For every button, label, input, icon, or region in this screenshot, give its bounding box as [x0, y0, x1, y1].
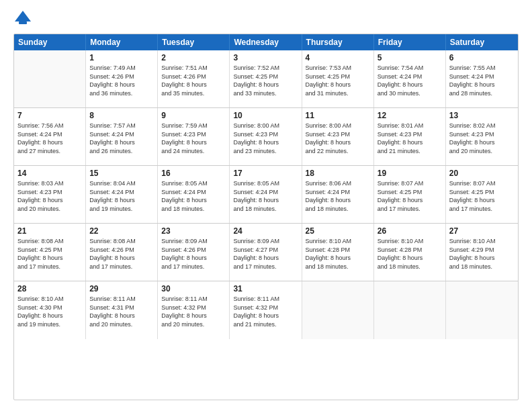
day-info-line: and 18 minutes. — [306, 263, 370, 271]
calendar-cell: 29Sunrise: 8:11 AMSunset: 4:31 PMDayligh… — [86, 281, 158, 339]
logo — [13, 11, 34, 27]
day-info-line: Sunset: 4:31 PM — [89, 304, 154, 312]
calendar-body: 1Sunrise: 7:49 AMSunset: 4:26 PMDaylight… — [14, 50, 518, 339]
day-info-line: Sunrise: 8:07 AM — [449, 179, 515, 188]
day-info-line: Daylight: 8 hours — [161, 312, 226, 320]
day-number: 19 — [378, 169, 442, 178]
day-number: 26 — [378, 226, 442, 236]
day-info-line: Sunrise: 8:11 AM — [233, 295, 298, 304]
day-info-line: and 20 minutes. — [161, 320, 226, 329]
day-info-line: Sunrise: 7:53 AM — [306, 64, 370, 73]
day-info-line: Sunset: 4:25 PM — [306, 73, 370, 81]
day-info-line: and 17 minutes. — [378, 205, 442, 214]
calendar-cell: 17Sunrise: 8:05 AMSunset: 4:24 PMDayligh… — [230, 166, 302, 223]
day-info: Sunrise: 8:07 AMSunset: 4:25 PMDaylight:… — [378, 179, 442, 213]
day-info-line: Sunset: 4:25 PM — [449, 188, 515, 197]
day-info-line: Sunrise: 8:00 AM — [306, 122, 370, 130]
calendar-cell: 25Sunrise: 8:10 AMSunset: 4:28 PMDayligh… — [302, 224, 374, 281]
calendar-week: 1Sunrise: 7:49 AMSunset: 4:26 PMDaylight… — [14, 50, 518, 108]
day-info-line: Sunrise: 8:09 AM — [233, 237, 298, 246]
day-info: Sunrise: 8:09 AMSunset: 4:27 PMDaylight:… — [233, 237, 298, 271]
day-number: 31 — [233, 284, 298, 293]
day-number: 1 — [89, 53, 154, 62]
day-info-line: Sunset: 4:23 PM — [233, 130, 298, 139]
calendar-cell: 18Sunrise: 8:06 AMSunset: 4:24 PMDayligh… — [302, 166, 374, 223]
day-info-line: Sunrise: 8:05 AM — [233, 179, 298, 188]
calendar-cell: 30Sunrise: 8:11 AMSunset: 4:32 PMDayligh… — [158, 281, 230, 339]
day-info-line: Daylight: 8 hours — [378, 138, 442, 147]
calendar-cell — [446, 281, 518, 339]
day-number: 15 — [89, 169, 154, 178]
calendar-cell: 24Sunrise: 8:09 AMSunset: 4:27 PMDayligh… — [230, 224, 302, 281]
day-info-line: Sunset: 4:26 PM — [161, 246, 226, 255]
day-info-line: and 18 minutes. — [378, 263, 442, 271]
day-info-line: Daylight: 8 hours — [233, 196, 298, 205]
day-info-line: Sunset: 4:24 PM — [449, 73, 515, 81]
day-info-line: Daylight: 8 hours — [306, 254, 370, 263]
day-info-line: and 17 minutes. — [233, 263, 298, 271]
day-info-line: Sunset: 4:32 PM — [233, 304, 298, 312]
day-info-line: Daylight: 8 hours — [306, 196, 370, 205]
day-info-line: Sunrise: 7:57 AM — [89, 122, 154, 130]
day-info-line: Sunset: 4:25 PM — [17, 246, 82, 255]
day-info-line: Sunset: 4:25 PM — [378, 188, 442, 197]
day-info-line: Sunrise: 8:11 AM — [89, 295, 154, 304]
day-info-line: Sunrise: 8:10 AM — [449, 237, 515, 246]
day-number: 5 — [378, 53, 442, 62]
day-info-line: Sunrise: 7:52 AM — [233, 64, 298, 73]
calendar-header-cell: Wednesday — [230, 34, 302, 50]
day-info-line: and 30 minutes. — [378, 89, 442, 98]
day-info-line: and 18 minutes. — [306, 205, 370, 214]
day-info-line: and 17 minutes. — [89, 263, 154, 271]
day-info-line: Sunrise: 8:07 AM — [378, 179, 442, 188]
day-info-line: Sunrise: 8:08 AM — [17, 237, 82, 246]
calendar-cell: 16Sunrise: 8:05 AMSunset: 4:24 PMDayligh… — [158, 166, 230, 223]
day-number: 18 — [306, 169, 370, 178]
day-info-line: Daylight: 8 hours — [89, 254, 154, 263]
calendar-header-cell: Thursday — [302, 34, 374, 50]
logo-icon — [13, 8, 32, 27]
day-info-line: Sunrise: 8:10 AM — [378, 237, 442, 246]
day-info-line: Daylight: 8 hours — [161, 81, 226, 89]
day-info-line: Sunrise: 7:56 AM — [17, 122, 82, 130]
day-info-line: Sunrise: 8:10 AM — [17, 295, 82, 304]
day-info-line: Sunrise: 8:08 AM — [89, 237, 154, 246]
day-info-line: Sunrise: 7:59 AM — [161, 122, 226, 130]
day-info-line: and 31 minutes. — [306, 89, 370, 98]
day-info-line: Daylight: 8 hours — [161, 196, 226, 205]
day-info: Sunrise: 8:00 AMSunset: 4:23 PMDaylight:… — [233, 122, 298, 155]
calendar-header-cell: Monday — [86, 34, 158, 50]
day-number: 2 — [161, 53, 226, 62]
calendar-cell: 14Sunrise: 8:03 AMSunset: 4:23 PMDayligh… — [14, 166, 86, 223]
calendar-cell: 5Sunrise: 7:54 AMSunset: 4:24 PMDaylight… — [374, 50, 446, 107]
calendar-cell: 6Sunrise: 7:55 AMSunset: 4:24 PMDaylight… — [446, 50, 518, 107]
day-info-line: Sunset: 4:24 PM — [17, 130, 82, 139]
day-info-line: and 35 minutes. — [161, 89, 226, 98]
calendar-cell: 15Sunrise: 8:04 AMSunset: 4:24 PMDayligh… — [86, 166, 158, 223]
day-number: 23 — [161, 226, 226, 236]
day-info-line: Daylight: 8 hours — [89, 196, 154, 205]
day-info: Sunrise: 8:08 AMSunset: 4:26 PMDaylight:… — [89, 237, 154, 271]
svg-rect-1 — [19, 21, 27, 24]
day-number: 3 — [233, 53, 298, 62]
day-info-line: Daylight: 8 hours — [449, 138, 515, 147]
day-info-line: Daylight: 8 hours — [306, 81, 370, 89]
day-info: Sunrise: 8:07 AMSunset: 4:25 PMDaylight:… — [449, 179, 515, 213]
day-info-line: and 33 minutes. — [233, 89, 298, 98]
day-info-line: and 20 minutes. — [17, 205, 82, 214]
day-info-line: Sunset: 4:24 PM — [161, 188, 226, 197]
calendar-week: 28Sunrise: 8:10 AMSunset: 4:30 PMDayligh… — [14, 281, 518, 339]
day-info-line: Sunrise: 7:49 AM — [89, 64, 154, 73]
day-info: Sunrise: 8:04 AMSunset: 4:24 PMDaylight:… — [89, 179, 154, 213]
day-info-line: Sunrise: 7:55 AM — [449, 64, 515, 73]
day-info-line: Sunset: 4:28 PM — [378, 246, 442, 255]
day-info-line: Sunset: 4:28 PM — [306, 246, 370, 255]
calendar-header-cell: Saturday — [446, 34, 518, 50]
calendar-cell: 23Sunrise: 8:09 AMSunset: 4:26 PMDayligh… — [158, 224, 230, 281]
day-info-line: and 21 minutes. — [378, 147, 442, 156]
day-info: Sunrise: 8:01 AMSunset: 4:23 PMDaylight:… — [378, 122, 442, 155]
day-number: 27 — [449, 226, 515, 236]
day-number: 21 — [17, 226, 82, 236]
calendar-cell: 7Sunrise: 7:56 AMSunset: 4:24 PMDaylight… — [14, 108, 86, 165]
day-number: 11 — [306, 111, 370, 120]
